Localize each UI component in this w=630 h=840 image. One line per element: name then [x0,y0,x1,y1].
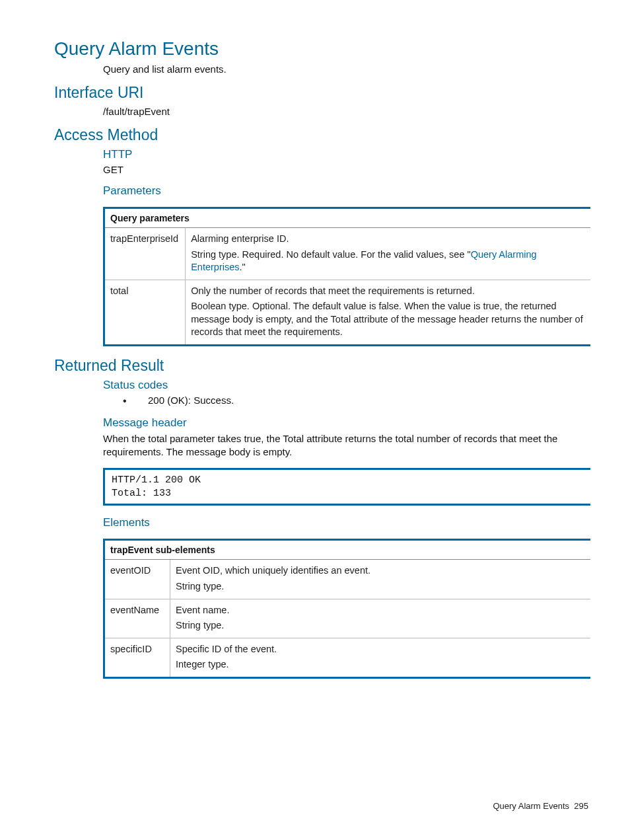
interface-uri-heading: Interface URI [54,84,588,102]
param-desc-line: String type. Required. No default value.… [191,248,585,274]
element-desc-line: String type. [176,580,585,593]
interface-uri-value: /fault/trapEvent [103,106,588,117]
element-desc: Event name. String type. [170,599,591,638]
elements-table: trapEvent sub-elements eventOID Event OI… [103,539,590,678]
param-desc-line: Boolean type. Optional. The default valu… [191,300,585,339]
table-row: specificID Specific ID of the event. Int… [104,638,591,677]
element-name: eventOID [104,560,170,599]
http-heading: HTTP [103,148,588,161]
query-parameters-table: Query parameters trapEnterpriseId Alarmi… [103,207,590,346]
footer-label: Query Alarm Events [493,801,569,811]
param-desc-line: Only the number of records that meet the… [191,285,585,298]
param-desc-line: Alarming enterprise ID. [191,233,585,246]
param-desc: Alarming enterprise ID. String type. Req… [186,228,590,280]
param-name: total [104,280,186,345]
table-row: eventOID Event OID, which uniquely ident… [104,560,591,599]
status-code-text: 200 (OK): Success. [148,395,234,406]
text: ." [240,262,246,272]
page-description: Query and list alarm events. [103,63,588,75]
element-desc-line: Event name. [176,604,585,617]
parameters-heading: Parameters [103,184,588,198]
param-desc: Only the number of records that meet the… [186,280,590,345]
element-name: specificID [104,638,170,677]
element-desc: Specific ID of the event. Integer type. [170,638,591,677]
table-row: total Only the number of records that me… [104,280,591,345]
status-codes-heading: Status codes [103,379,588,392]
element-desc-line: Specific ID of the event. [176,643,585,656]
message-header-heading: Message header [103,416,588,430]
access-method-heading: Access Method [54,126,588,144]
code-sample: HTTP/1.1 200 OK Total: 133 [103,468,590,506]
param-name: trapEnterpriseId [104,228,186,280]
element-name: eventName [104,599,170,638]
text: String type. Required. No default value.… [191,249,470,260]
table-row: trapEnterpriseId Alarming enterprise ID.… [104,228,591,280]
element-desc-line: Integer type. [176,658,585,671]
element-desc-line: Event OID, which uniquely identifies an … [176,564,585,578]
elements-heading: Elements [103,516,588,529]
status-codes-list: 200 (OK): Success. [123,395,588,407]
returned-result-heading: Returned Result [54,357,588,375]
list-item: 200 (OK): Success. [123,395,588,407]
table-header: Query parameters [104,208,591,228]
element-desc-line: String type. [176,619,585,632]
message-header-text: When the total parameter takes true, the… [103,432,588,459]
element-desc: Event OID, which uniquely identifies an … [170,560,591,599]
table-row: eventName Event name. String type. [104,599,591,638]
footer-page: 295 [574,801,588,811]
page-footer: Query Alarm Events 295 [493,801,588,811]
page-title: Query Alarm Events [54,38,588,59]
http-method: GET [103,164,588,175]
table-header: trapEvent sub-elements [104,540,591,560]
